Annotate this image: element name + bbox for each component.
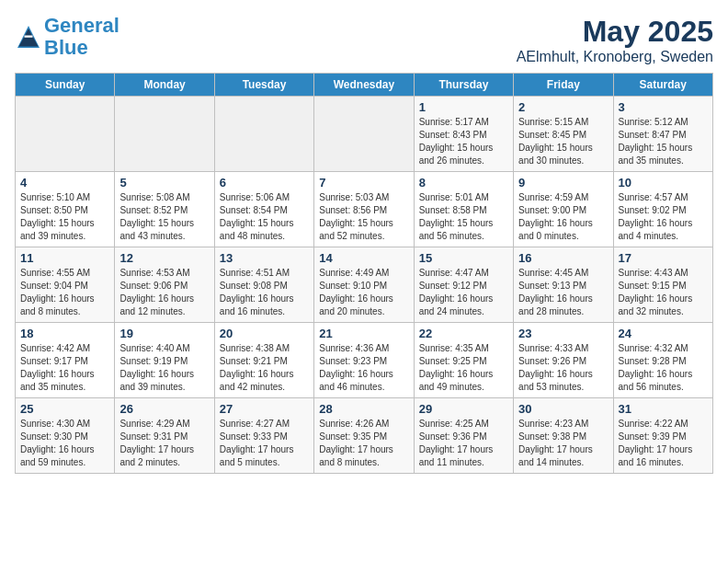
title-block: May 2025 AElmhult, Kronoberg, Sweden [517,15,713,65]
calendar-week-2: 4Sunrise: 5:10 AM Sunset: 8:50 PM Daylig… [16,172,713,247]
day-info: Sunrise: 4:38 AM Sunset: 9:21 PM Dayligh… [220,342,309,394]
calendar-cell: 14Sunrise: 4:49 AM Sunset: 9:10 PM Dayli… [314,247,414,323]
calendar-cell: 8Sunrise: 5:01 AM Sunset: 8:58 PM Daylig… [414,172,513,247]
calendar-table: SundayMondayTuesdayWednesdayThursdayFrid… [15,73,713,474]
calendar-cell: 6Sunrise: 5:06 AM Sunset: 8:54 PM Daylig… [214,172,313,247]
calendar-cell: 18Sunrise: 4:42 AM Sunset: 9:17 PM Dayli… [16,323,115,398]
day-number: 31 [619,402,708,416]
calendar-cell: 17Sunrise: 4:43 AM Sunset: 9:15 PM Dayli… [613,247,712,323]
day-info: Sunrise: 4:53 AM Sunset: 9:06 PM Dayligh… [119,267,209,318]
calendar-header: SundayMondayTuesdayWednesdayThursdayFrid… [16,74,713,97]
calendar-week-3: 11Sunrise: 4:55 AM Sunset: 9:04 PM Dayli… [16,247,713,323]
day-info: Sunrise: 4:33 AM Sunset: 9:26 PM Dayligh… [518,342,608,394]
calendar-cell: 5Sunrise: 5:08 AM Sunset: 8:52 PM Daylig… [115,172,214,247]
day-number: 14 [319,251,408,265]
day-info: Sunrise: 4:43 AM Sunset: 9:15 PM Dayligh… [619,267,708,318]
calendar-cell [16,97,115,172]
day-info: Sunrise: 4:51 AM Sunset: 9:08 PM Dayligh… [220,267,309,318]
day-info: Sunrise: 4:23 AM Sunset: 9:38 PM Dayligh… [518,418,608,469]
day-number: 17 [619,251,708,265]
day-number: 3 [619,100,708,114]
day-number: 1 [419,100,508,114]
day-info: Sunrise: 4:36 AM Sunset: 9:23 PM Dayligh… [319,342,408,394]
calendar-subtitle: AElmhult, Kronoberg, Sweden [517,49,713,65]
calendar-cell: 7Sunrise: 5:03 AM Sunset: 8:56 PM Daylig… [314,172,414,247]
day-info: Sunrise: 5:17 AM Sunset: 8:43 PM Dayligh… [419,116,508,167]
day-info: Sunrise: 5:06 AM Sunset: 8:54 PM Dayligh… [220,191,309,243]
calendar-cell: 26Sunrise: 4:29 AM Sunset: 9:31 PM Dayli… [115,398,214,474]
day-number: 26 [119,402,209,416]
calendar-cell: 9Sunrise: 4:59 AM Sunset: 9:00 PM Daylig… [514,172,613,247]
calendar-cell: 10Sunrise: 4:57 AM Sunset: 9:02 PM Dayli… [613,172,712,247]
day-info: Sunrise: 4:42 AM Sunset: 9:17 PM Dayligh… [20,342,109,394]
day-info: Sunrise: 4:47 AM Sunset: 9:12 PM Dayligh… [419,267,508,318]
day-number: 21 [319,327,408,340]
calendar-cell: 13Sunrise: 4:51 AM Sunset: 9:08 PM Dayli… [214,247,313,323]
day-info: Sunrise: 4:59 AM Sunset: 9:00 PM Dayligh… [518,191,608,243]
day-info: Sunrise: 4:32 AM Sunset: 9:28 PM Dayligh… [619,342,708,394]
day-header-tuesday: Tuesday [214,74,313,97]
day-info: Sunrise: 4:29 AM Sunset: 9:31 PM Dayligh… [119,418,209,469]
day-header-sunday: Sunday [16,74,115,97]
logo-icon [15,23,42,51]
day-info: Sunrise: 5:01 AM Sunset: 8:58 PM Dayligh… [419,191,508,243]
day-info: Sunrise: 4:55 AM Sunset: 9:04 PM Dayligh… [20,267,109,318]
calendar-cell: 4Sunrise: 5:10 AM Sunset: 8:50 PM Daylig… [16,172,115,247]
calendar-cell: 29Sunrise: 4:25 AM Sunset: 9:36 PM Dayli… [414,398,513,474]
calendar-cell: 11Sunrise: 4:55 AM Sunset: 9:04 PM Dayli… [16,247,115,323]
day-header-saturday: Saturday [613,74,712,97]
calendar-cell: 22Sunrise: 4:35 AM Sunset: 9:25 PM Dayli… [414,323,513,398]
day-number: 18 [20,327,109,340]
calendar-cell: 23Sunrise: 4:33 AM Sunset: 9:26 PM Dayli… [514,323,613,398]
day-number: 24 [619,327,708,340]
page-header: General Blue May 2025 AElmhult, Kronober… [15,15,713,65]
day-info: Sunrise: 4:27 AM Sunset: 9:33 PM Dayligh… [220,418,309,469]
day-number: 16 [518,251,608,265]
calendar-cell: 15Sunrise: 4:47 AM Sunset: 9:12 PM Dayli… [414,247,513,323]
calendar-cell: 31Sunrise: 4:22 AM Sunset: 9:39 PM Dayli… [613,398,712,474]
day-number: 12 [119,251,209,265]
svg-rect-2 [25,36,33,38]
day-header-thursday: Thursday [414,74,513,97]
day-number: 27 [220,402,309,416]
day-number: 22 [419,327,508,340]
day-number: 7 [319,176,408,190]
day-number: 28 [319,402,408,416]
calendar-cell: 24Sunrise: 4:32 AM Sunset: 9:28 PM Dayli… [613,323,712,398]
day-info: Sunrise: 5:03 AM Sunset: 8:56 PM Dayligh… [319,191,408,243]
calendar-cell [115,97,214,172]
calendar-cell: 16Sunrise: 4:45 AM Sunset: 9:13 PM Dayli… [514,247,613,323]
day-number: 19 [119,327,209,340]
calendar-week-4: 18Sunrise: 4:42 AM Sunset: 9:17 PM Dayli… [16,323,713,398]
day-info: Sunrise: 4:40 AM Sunset: 9:19 PM Dayligh… [119,342,209,394]
day-info: Sunrise: 5:10 AM Sunset: 8:50 PM Dayligh… [20,191,109,243]
calendar-cell: 12Sunrise: 4:53 AM Sunset: 9:06 PM Dayli… [115,247,214,323]
day-info: Sunrise: 4:57 AM Sunset: 9:02 PM Dayligh… [619,191,708,243]
day-header-wednesday: Wednesday [314,74,414,97]
calendar-cell: 28Sunrise: 4:26 AM Sunset: 9:35 PM Dayli… [314,398,414,474]
day-number: 5 [119,176,209,190]
day-info: Sunrise: 5:15 AM Sunset: 8:45 PM Dayligh… [518,116,608,167]
calendar-cell: 27Sunrise: 4:27 AM Sunset: 9:33 PM Dayli… [214,398,313,474]
day-number: 4 [20,176,109,190]
day-number: 2 [518,100,608,114]
calendar-cell: 21Sunrise: 4:36 AM Sunset: 9:23 PM Dayli… [314,323,414,398]
calendar-cell: 2Sunrise: 5:15 AM Sunset: 8:45 PM Daylig… [514,97,613,172]
day-number: 8 [419,176,508,190]
day-number: 11 [20,251,109,265]
day-info: Sunrise: 4:26 AM Sunset: 9:35 PM Dayligh… [319,418,408,469]
day-info: Sunrise: 4:35 AM Sunset: 9:25 PM Dayligh… [419,342,508,394]
day-info: Sunrise: 4:22 AM Sunset: 9:39 PM Dayligh… [619,418,708,469]
day-number: 15 [419,251,508,265]
calendar-body: 1Sunrise: 5:17 AM Sunset: 8:43 PM Daylig… [16,97,713,474]
logo: General Blue [15,15,119,59]
day-number: 29 [419,402,508,416]
calendar-cell: 20Sunrise: 4:38 AM Sunset: 9:21 PM Dayli… [214,323,313,398]
calendar-cell [314,97,414,172]
day-number: 20 [220,327,309,340]
day-header-friday: Friday [514,74,613,97]
calendar-cell: 19Sunrise: 4:40 AM Sunset: 9:19 PM Dayli… [115,323,214,398]
day-number: 6 [220,176,309,190]
day-number: 9 [518,176,608,190]
day-number: 23 [518,327,608,340]
